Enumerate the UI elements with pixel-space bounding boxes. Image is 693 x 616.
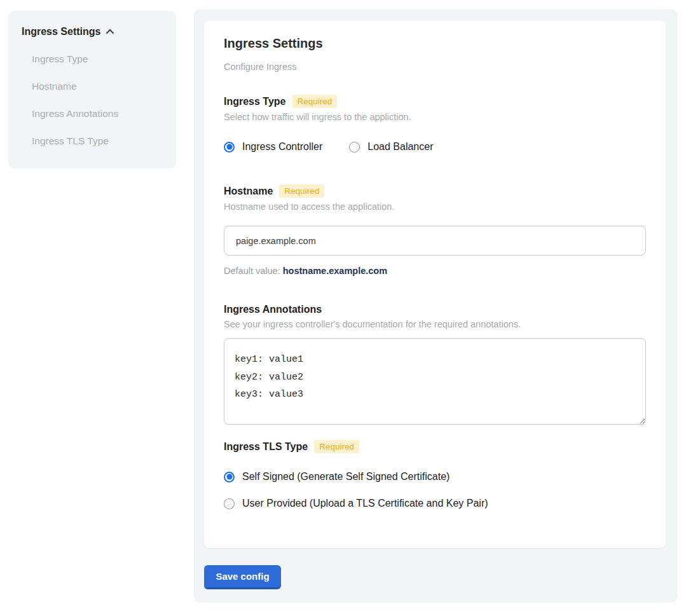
ingress-type-label: Ingress Type xyxy=(224,96,286,107)
hostname-description: Hostname used to access the application. xyxy=(224,202,646,212)
default-value-text: hostname.example.com xyxy=(283,266,387,276)
radio-label: Self Signed (Generate Self Signed Certif… xyxy=(242,471,449,483)
section-ingress-type: Ingress Type Required Select how traffic… xyxy=(224,95,646,153)
save-config-button[interactable]: Save config xyxy=(204,565,281,589)
radio-load-balancer[interactable]: Load Balancer xyxy=(349,141,433,153)
section-ingress-tls-type: Ingress TLS Type Required Self Signed (G… xyxy=(224,440,646,509)
required-badge: Required xyxy=(314,440,359,453)
ingress-annotations-label: Ingress Annotations xyxy=(224,304,322,315)
radio-label: Load Balancer xyxy=(367,141,433,153)
radio-selected-icon[interactable] xyxy=(224,472,235,483)
sidebar-item-hostname[interactable]: Hostname xyxy=(32,81,176,92)
radio-ingress-controller[interactable]: Ingress Controller xyxy=(224,141,322,153)
ingress-tls-type-label: Ingress TLS Type xyxy=(224,441,308,453)
radio-label: Ingress Controller xyxy=(242,141,322,153)
radio-user-provided[interactable]: User Provided (Upload a TLS Certificate … xyxy=(224,498,646,509)
sidebar-section-toggle[interactable]: Ingress Settings xyxy=(22,26,176,38)
radio-unselected-icon[interactable] xyxy=(349,142,360,153)
ingress-settings-panel: Ingress Settings Configure Ingress Ingre… xyxy=(194,9,678,603)
page-title: Ingress Settings xyxy=(224,36,646,51)
default-value-label: Default value: xyxy=(224,266,283,276)
sidebar-item-ingress-type[interactable]: Ingress Type xyxy=(32,53,176,65)
hostname-input[interactable] xyxy=(224,226,646,256)
hostname-label: Hostname xyxy=(224,186,273,197)
section-ingress-annotations: Ingress Annotations See your ingress con… xyxy=(224,304,646,425)
ingress-annotations-description: See your ingress controller's documentat… xyxy=(224,319,646,329)
ingress-settings-card: Ingress Settings Configure Ingress Ingre… xyxy=(204,21,666,548)
chevron-up-icon[interactable] xyxy=(106,27,114,36)
radio-unselected-icon[interactable] xyxy=(224,498,235,509)
radio-label: User Provided (Upload a TLS Certificate … xyxy=(242,498,488,509)
required-badge: Required xyxy=(279,184,324,198)
radio-selected-icon[interactable] xyxy=(224,142,235,153)
sidebar-section-title: Ingress Settings xyxy=(22,26,100,38)
hostname-default-line: Default value: hostname.example.com xyxy=(224,266,646,276)
ingress-type-description: Select how traffic will ingress to the a… xyxy=(224,112,646,122)
radio-self-signed[interactable]: Self Signed (Generate Self Signed Certif… xyxy=(224,471,646,483)
sidebar-item-ingress-tls-type[interactable]: Ingress TLS Type xyxy=(32,135,176,147)
ingress-annotations-textarea[interactable]: key1: value1 key2: value2 key3: value3 xyxy=(224,338,646,425)
page-subtitle: Configure Ingress xyxy=(224,62,646,72)
section-hostname: Hostname Required Hostname used to acces… xyxy=(224,184,646,276)
required-badge: Required xyxy=(292,95,338,108)
settings-sidebar: Ingress Settings Ingress Type Hostname I… xyxy=(8,11,176,168)
sidebar-item-ingress-annotations[interactable]: Ingress Annotations xyxy=(32,108,176,120)
